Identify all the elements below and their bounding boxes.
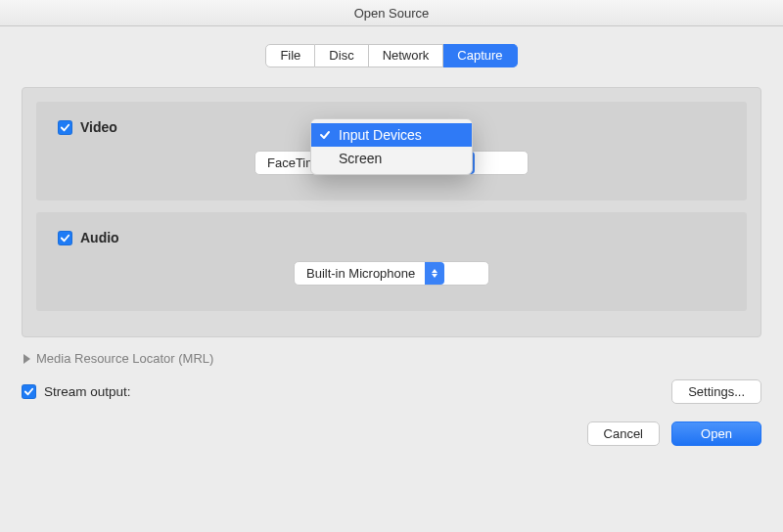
check-icon [60,122,70,133]
dropdown-item-label: Input Devices [339,127,422,143]
audio-checkbox[interactable] [58,231,72,245]
disclosure-triangle-icon [23,354,30,364]
tab-file[interactable]: File [265,44,315,67]
tab-network[interactable]: Network [369,44,444,67]
stream-output-checkbox[interactable] [22,384,36,399]
tab-disc[interactable]: Disc [315,44,368,67]
updown-stepper-icon [425,262,444,285]
audio-device-select[interactable]: Built-in Microphone [294,261,489,286]
stream-output-label: Stream output: [44,384,131,399]
capture-mode-dropdown[interactable]: Input Devices Screen [310,118,473,175]
source-tabs: File Disc Network Capture [22,44,761,67]
open-button[interactable]: Open [671,421,761,446]
dropdown-item-screen[interactable]: Screen [311,147,472,170]
audio-section: Audio Built-in Microphone [36,212,747,311]
check-icon [60,233,70,244]
check-icon [319,123,331,147]
audio-label: Audio [80,230,119,245]
dialog-content: File Disc Network Capture Video FaceTime… [0,26,783,456]
check-icon [23,386,34,397]
cancel-button[interactable]: Cancel [587,421,660,446]
video-label: Video [80,119,117,135]
dropdown-item-label: Screen [339,151,382,166]
window-title: Open Source [0,0,783,26]
dropdown-item-input-devices[interactable]: Input Devices [311,123,472,147]
settings-button[interactable]: Settings... [671,379,761,404]
mrl-disclosure[interactable]: Media Resource Locator (MRL) [23,351,761,366]
video-checkbox[interactable] [58,120,72,135]
mrl-label: Media Resource Locator (MRL) [36,351,213,366]
tab-capture[interactable]: Capture [443,44,517,67]
audio-device-value: Built-in Microphone [306,266,415,281]
